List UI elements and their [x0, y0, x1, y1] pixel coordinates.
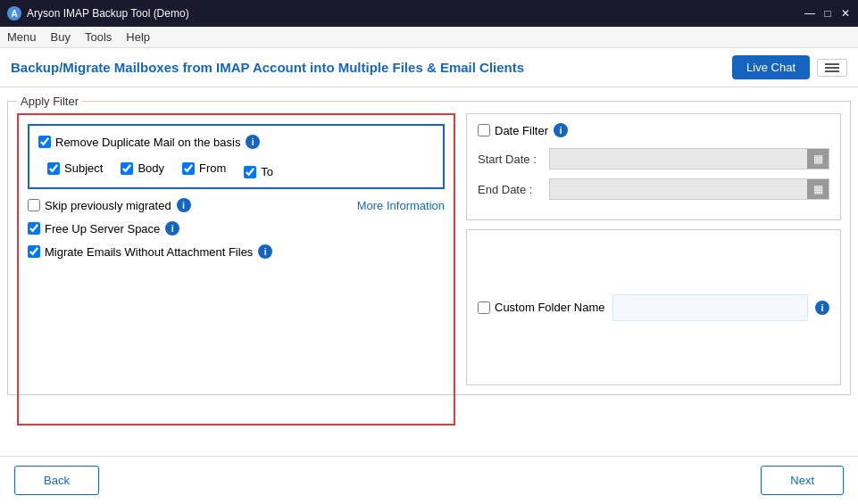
subject-checkbox-label[interactable]: Subject — [47, 158, 103, 178]
start-date-calendar-icon: ▦ — [813, 153, 823, 165]
free-up-server-row: Free Up Server Space i — [28, 221, 445, 235]
from-checkbox-label[interactable]: From — [182, 158, 226, 178]
next-button[interactable]: Next — [761, 466, 844, 495]
buy-menu-item[interactable]: Buy — [51, 30, 71, 44]
date-filter-info-icon[interactable]: i — [554, 123, 568, 137]
free-up-server-checkbox-label[interactable]: Free Up Server Space — [28, 222, 160, 235]
date-filter-checkbox[interactable] — [478, 124, 490, 136]
body-checkbox[interactable] — [121, 162, 133, 175]
migrate-without-label: Migrate Emails Without Attachment Files — [45, 245, 253, 259]
migrate-without-checkbox-label[interactable]: Migrate Emails Without Attachment Files — [28, 245, 253, 259]
end-date-input[interactable] — [550, 181, 807, 197]
migrate-without-attachment-row: Migrate Emails Without Attachment Files … — [28, 244, 445, 259]
title-bar: A Aryson IMAP Backup Tool (Demo) — □ ✕ — [0, 0, 858, 27]
apply-filter-legend: Apply Filter — [17, 95, 82, 108]
menu-line-2 — [825, 67, 839, 69]
end-date-row: End Date : ▦ — [478, 178, 829, 200]
skip-migrated-left: Skip previously migrated i — [28, 198, 191, 212]
start-date-row: Start Date : ▦ — [478, 148, 829, 169]
window-controls: — □ ✕ — [804, 8, 851, 19]
app-header: Backup/Migrate Mailboxes from IMAP Accou… — [0, 48, 858, 87]
app-icon: A — [7, 6, 21, 21]
free-up-server-info-icon[interactable]: i — [165, 221, 179, 235]
duplicate-mail-box: Remove Duplicate Mail on the basis i Sub… — [28, 124, 445, 189]
menu-line-3 — [825, 70, 839, 72]
more-information-link[interactable]: More Information — [357, 199, 445, 212]
apply-filter-group: Apply Filter Remove Duplicate Mail on th… — [7, 95, 851, 395]
maximize-button[interactable]: □ — [822, 8, 833, 19]
skip-migrated-checkbox[interactable] — [28, 199, 40, 211]
end-date-label: End Date : — [478, 183, 549, 196]
skip-migrated-row: Skip previously migrated i More Informat… — [28, 198, 445, 212]
date-filter-label: Date Filter — [495, 124, 548, 137]
sub-checkboxes: Subject Body From — [38, 158, 434, 178]
remove-duplicate-info-icon[interactable]: i — [246, 135, 260, 149]
start-date-label: Start Date : — [478, 153, 549, 166]
body-label: Body — [137, 161, 164, 175]
hamburger-menu-button[interactable] — [817, 59, 847, 77]
to-checkbox-label[interactable]: To — [244, 165, 273, 178]
duplicate-mail-header: Remove Duplicate Mail on the basis i — [38, 135, 434, 149]
end-date-input-wrapper: ▦ — [549, 178, 829, 200]
migrate-without-info-icon[interactable]: i — [258, 244, 272, 259]
date-filter-box: Date Filter i Start Date : ▦ — [466, 113, 841, 220]
date-filter-header: Date Filter i — [478, 123, 829, 137]
start-date-picker-button[interactable]: ▦ — [807, 149, 829, 169]
from-label: From — [199, 161, 226, 175]
subject-checkbox[interactable] — [47, 162, 60, 175]
filter-inner: Remove Duplicate Mail on the basis i Sub… — [17, 113, 841, 385]
menu-line-1 — [825, 63, 839, 65]
remove-duplicate-checkbox[interactable] — [38, 136, 51, 148]
skip-migrated-label: Skip previously migrated — [45, 199, 171, 212]
migrate-without-checkbox[interactable] — [28, 245, 40, 258]
start-date-input-wrapper: ▦ — [549, 148, 829, 169]
skip-migrated-info-icon[interactable]: i — [177, 198, 191, 212]
custom-folder-label: Custom Folder Name — [495, 301, 605, 314]
window-title: Aryson IMAP Backup Tool (Demo) — [27, 7, 189, 20]
body-checkbox-label[interactable]: Body — [121, 158, 164, 178]
remove-duplicate-checkbox-label[interactable]: Remove Duplicate Mail on the basis — [38, 136, 240, 149]
header-right: Live Chat — [732, 55, 847, 79]
skip-migrated-checkbox-label[interactable]: Skip previously migrated — [28, 199, 171, 212]
to-label: To — [261, 165, 273, 178]
subject-label: Subject — [64, 161, 103, 175]
date-filter-checkbox-label[interactable]: Date Filter — [478, 124, 548, 137]
footer: Back Next — [0, 456, 858, 504]
help-menu-item[interactable]: Help — [126, 30, 150, 44]
right-panel: Date Filter i Start Date : ▦ — [466, 113, 841, 385]
tools-menu-item[interactable]: Tools — [85, 30, 112, 44]
to-checkbox[interactable] — [244, 166, 256, 178]
free-up-server-checkbox[interactable] — [28, 222, 40, 235]
sub-checkbox-row-2: To — [244, 165, 273, 178]
end-date-picker-button[interactable]: ▦ — [807, 179, 829, 199]
remove-duplicate-label: Remove Duplicate Mail on the basis — [55, 136, 240, 149]
menu-menu-item[interactable]: Menu — [7, 30, 37, 44]
sub-checkbox-row-1: Subject Body From — [47, 158, 226, 178]
custom-folder-checkbox-label[interactable]: Custom Folder Name — [478, 301, 605, 314]
free-up-server-label: Free Up Server Space — [45, 222, 160, 235]
custom-folder-info-icon[interactable]: i — [815, 301, 829, 315]
minimize-button[interactable]: — — [804, 8, 815, 19]
custom-folder-checkbox[interactable] — [478, 302, 490, 314]
left-panel: Remove Duplicate Mail on the basis i Sub… — [17, 113, 455, 426]
start-date-input[interactable] — [550, 151, 807, 167]
from-checkbox[interactable] — [182, 162, 195, 175]
back-button[interactable]: Back — [14, 466, 99, 495]
page-title: Backup/Migrate Mailboxes from IMAP Accou… — [11, 60, 524, 75]
live-chat-button[interactable]: Live Chat — [732, 55, 810, 79]
menu-bar: Menu Buy Tools Help — [0, 27, 858, 48]
custom-folder-box: Custom Folder Name i — [466, 229, 841, 385]
close-button[interactable]: ✕ — [840, 8, 851, 19]
end-date-calendar-icon: ▦ — [813, 183, 823, 195]
main-content: Apply Filter Remove Duplicate Mail on th… — [0, 87, 858, 456]
title-bar-left: A Aryson IMAP Backup Tool (Demo) — [7, 6, 189, 21]
custom-folder-input[interactable] — [612, 294, 808, 321]
